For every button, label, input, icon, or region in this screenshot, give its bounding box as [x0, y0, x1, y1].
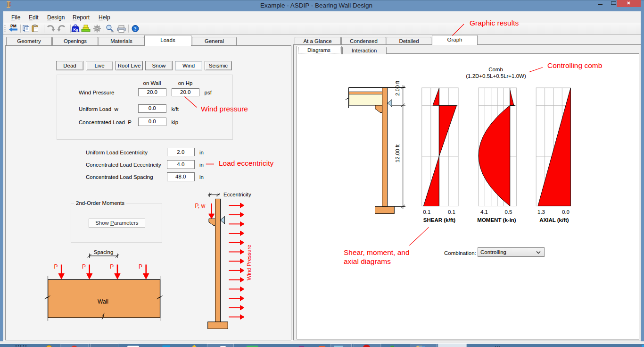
- svg-text:Kg: Kg: [74, 27, 78, 32]
- svg-text:PM: PM: [10, 24, 17, 28]
- svg-text:?: ?: [134, 26, 137, 32]
